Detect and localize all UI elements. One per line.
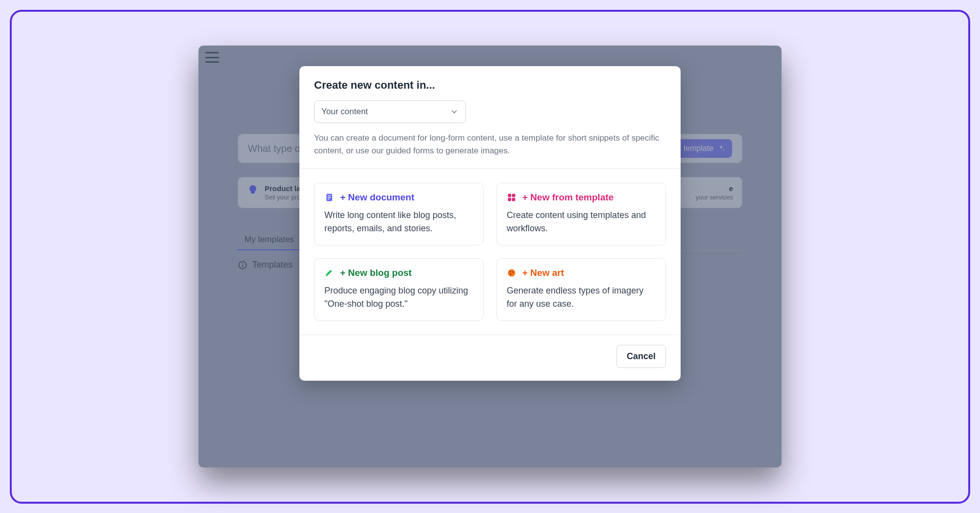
option-new-art[interactable]: + New art Generate endless types of imag… bbox=[496, 258, 666, 321]
create-content-modal: Create new content in... Your content Yo… bbox=[299, 66, 681, 381]
modal-header: Create new content in... Your content Yo… bbox=[299, 66, 681, 169]
destination-select[interactable]: Your content bbox=[314, 100, 466, 123]
svg-rect-9 bbox=[508, 198, 512, 201]
svg-rect-5 bbox=[328, 197, 331, 198]
destination-select-value: Your content bbox=[321, 107, 368, 117]
svg-rect-4 bbox=[328, 195, 331, 196]
option-new-from-template[interactable]: + New from template Create content using… bbox=[496, 183, 666, 245]
app-window: What type of template Product lau Sell y… bbox=[198, 46, 782, 467]
svg-rect-6 bbox=[328, 199, 330, 200]
option-new-blog-post[interactable]: + New blog post Produce engaging blog co… bbox=[314, 258, 484, 321]
modal-footer: Cancel bbox=[299, 335, 681, 381]
option-title: + New art bbox=[522, 268, 564, 278]
svg-rect-10 bbox=[512, 198, 515, 201]
option-title: + New document bbox=[340, 192, 415, 203]
palette-icon bbox=[507, 268, 516, 278]
option-new-document[interactable]: + New document Write long content like b… bbox=[314, 183, 484, 245]
svg-point-14 bbox=[510, 273, 512, 275]
options-grid: + New document Write long content like b… bbox=[299, 169, 681, 335]
option-desc: Produce engaging blog copy utilizing "On… bbox=[324, 284, 473, 311]
option-desc: Generate endless types of imagery for an… bbox=[507, 284, 656, 311]
svg-point-13 bbox=[512, 271, 514, 273]
option-title: + New blog post bbox=[340, 268, 412, 278]
pen-icon bbox=[324, 268, 334, 278]
svg-rect-8 bbox=[512, 194, 515, 197]
cancel-button[interactable]: Cancel bbox=[616, 345, 666, 368]
modal-description: You can create a document for long-form … bbox=[314, 132, 666, 169]
grid-icon bbox=[507, 193, 516, 202]
option-desc: Create content using templates and workf… bbox=[507, 209, 656, 235]
svg-rect-7 bbox=[508, 194, 512, 197]
modal-title: Create new content in... bbox=[314, 79, 666, 92]
chevron-down-icon bbox=[450, 107, 459, 116]
option-title: + New from template bbox=[522, 192, 613, 203]
svg-point-11 bbox=[508, 269, 515, 277]
option-desc: Write long content like blog posts, repo… bbox=[324, 209, 473, 235]
outer-frame: What type of template Product lau Sell y… bbox=[10, 10, 970, 504]
document-icon bbox=[324, 193, 334, 202]
svg-point-12 bbox=[510, 271, 511, 272]
